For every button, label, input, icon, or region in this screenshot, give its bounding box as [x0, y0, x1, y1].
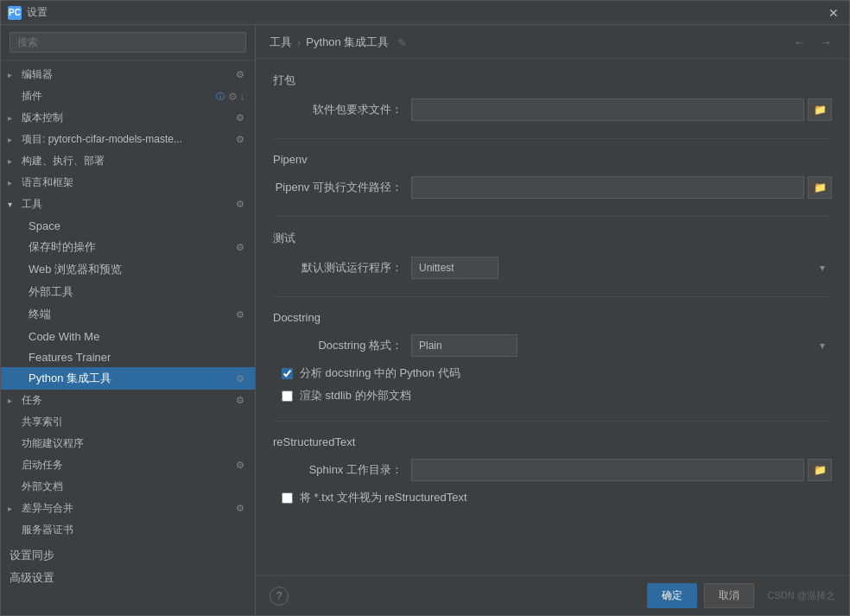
sidebar-item-label: Code With Me [29, 330, 246, 343]
sidebar-item-lang[interactable]: ▸ 语言和框架 [1, 172, 255, 194]
sidebar-item-space[interactable]: Space [1, 215, 255, 236]
sidebar-item-terminal[interactable]: 终端 ⚙ [1, 303, 255, 326]
close-button[interactable]: ✕ [825, 4, 842, 22]
sidebar-item-label: 项目: pytorch-cifar-models-maste... [22, 132, 236, 147]
sphinx-label: Sphinx 工作目录： [273, 462, 411, 478]
sidebar-item-build[interactable]: ▸ 构建、执行、部署 [1, 150, 255, 172]
testing-section: 测试 默认测试运行程序： Unittest pytest Twisted Tri… [273, 231, 832, 279]
arrow-icon: ▸ [8, 70, 18, 79]
settings-icon: ⚙ [236, 373, 244, 384]
sidebar-item-label: 版本控制 [22, 111, 236, 125]
breadcrumb-parent: 工具 [270, 35, 292, 50]
search-input[interactable] [10, 32, 246, 53]
sidebar-item-plugins[interactable]: ▸ 插件 ⓘ ⚙ ↓ [1, 86, 255, 107]
sidebar-item-external-docs[interactable]: ▸ 外部文档 [1, 476, 255, 498]
pipenv-exec-row: Pipenv 可执行文件路径： 📁 [273, 176, 832, 199]
arrow-icon: ▸ [8, 135, 18, 144]
settings-window: PC 设置 ✕ ▸ 编辑器 ⚙ ▸ 插件 ⓘ [0, 0, 850, 616]
badge-icon: ⓘ [216, 91, 225, 103]
requirements-browse-btn[interactable]: 📁 [808, 98, 832, 121]
settings-icon: ⚙ [236, 309, 244, 321]
sidebar-item-label: 外部文档 [22, 479, 246, 494]
divider-3 [273, 296, 832, 297]
watermark-text: CSDN @温择之 [768, 589, 835, 602]
ok-button[interactable]: 确定 [647, 583, 697, 608]
settings-icon: ⚙ [236, 242, 244, 253]
sidebar-item-features-trainer[interactable]: Features Trainer [1, 346, 255, 367]
sidebar-item-label: 编辑器 [22, 67, 236, 82]
sidebar-item-label: 启动任务 [22, 458, 236, 473]
restructuredtext-title: reStructuredText [273, 435, 832, 448]
sidebar-item-label: 差异与合并 [22, 501, 236, 516]
sidebar-item-label: 高级设置 [10, 570, 246, 586]
packaging-section: 打包 软件包要求文件： 📁 [273, 73, 832, 121]
sidebar-item-diff-merge[interactable]: ▸ 差异与合并 ⚙ [1, 498, 255, 519]
trace-stdlib-label: 渲染 stdlib 的外部文档 [300, 388, 411, 403]
sidebar-item-label: Python 集成工具 [29, 371, 236, 386]
pipenv-exec-control: 📁 [411, 176, 832, 199]
sidebar-item-label: 插件 [22, 89, 216, 104]
requirements-label: 软件包要求文件： [273, 102, 411, 117]
breadcrumb-actions: ← → [790, 34, 835, 51]
analyze-docstring-checkbox[interactable] [282, 368, 293, 379]
docstring-format-row: Docstring 格式： Plain Epytext reStructured… [273, 334, 832, 357]
sidebar-item-vcs[interactable]: ▸ 版本控制 ⚙ [1, 107, 255, 129]
cancel-button[interactable]: 取消 [704, 583, 754, 608]
main-panel: 工具 › Python 集成工具 ✎ ← → 打包 软件包要求文件： [256, 25, 849, 615]
test-runner-control: Unittest pytest Twisted Trial [411, 257, 832, 279]
txt-as-rst-checkbox[interactable] [282, 492, 293, 504]
sidebar-item-tools[interactable]: ▾ 工具 ⚙ [1, 194, 255, 215]
sphinx-control: 📁 [411, 459, 832, 481]
sidebar-item-label: 服务器证书 [22, 523, 246, 537]
sidebar-item-label: 工具 [22, 197, 236, 212]
help-button[interactable]: ? [270, 587, 289, 606]
sidebar-item-web-browser[interactable]: Web 浏览器和预览 [1, 258, 255, 281]
requirements-row: 软件包要求文件： 📁 [273, 98, 832, 121]
search-box [1, 25, 255, 60]
sidebar-item-project[interactable]: ▸ 项目: pytorch-cifar-models-maste... ⚙ [1, 129, 255, 150]
docstring-format-label: Docstring 格式： [273, 338, 411, 353]
sidebar-item-python-integration[interactable]: Python 集成工具 ⚙ [1, 367, 255, 390]
test-runner-select[interactable]: Unittest pytest Twisted Trial [411, 257, 498, 279]
sphinx-input[interactable] [411, 459, 804, 481]
forward-button[interactable]: → [816, 34, 835, 51]
arrow-open-icon: ▾ [8, 200, 18, 209]
trace-stdlib-checkbox[interactable] [282, 391, 293, 402]
sidebar-item-editor[interactable]: ▸ 编辑器 ⚙ [1, 64, 255, 86]
sidebar-item-settings-sync[interactable]: 设置同步 [1, 544, 255, 567]
sidebar-item-code-with-me[interactable]: Code With Me [1, 326, 255, 346]
sidebar-item-shared-index[interactable]: ▸ 共享索引 [1, 411, 255, 433]
sidebar-item-label: 功能建议程序 [22, 436, 246, 451]
divider-1 [273, 138, 832, 139]
pipenv-browse-btn[interactable]: 📁 [808, 176, 832, 199]
sidebar-item-server-cert[interactable]: ▸ 服务器证书 [1, 519, 255, 541]
pipenv-exec-input[interactable] [411, 176, 804, 199]
breadcrumb-bar: 工具 › Python 集成工具 ✎ ← → [256, 25, 849, 59]
sidebar: ▸ 编辑器 ⚙ ▸ 插件 ⓘ ⚙ ↓ ▸ 版本控制 ⚙ [1, 25, 256, 615]
sidebar-item-startup-tasks[interactable]: ▸ 启动任务 ⚙ [1, 454, 255, 476]
sidebar-item-label: 保存时的操作 [29, 239, 236, 255]
back-button[interactable]: ← [790, 34, 809, 51]
sidebar-item-external-tools[interactable]: 外部工具 [1, 281, 255, 303]
analyze-docstring-row: 分析 docstring 中的 Python 代码 [273, 365, 832, 381]
sidebar-item-label: 任务 [22, 393, 236, 408]
settings-icon: ⚙ [236, 112, 244, 124]
docstring-format-control: Plain Epytext reStructuredText NumPy Goo… [411, 334, 832, 357]
sidebar-item-save-action[interactable]: 保存时的操作 ⚙ [1, 236, 255, 258]
main-content: ▸ 编辑器 ⚙ ▸ 插件 ⓘ ⚙ ↓ ▸ 版本控制 ⚙ [1, 25, 849, 615]
requirements-input[interactable] [411, 98, 804, 121]
sidebar-item-label: Web 浏览器和预览 [29, 262, 246, 277]
breadcrumb-edit-icon: ✎ [397, 36, 407, 49]
test-runner-select-wrapper: Unittest pytest Twisted Trial [411, 257, 832, 279]
docstring-format-select[interactable]: Plain Epytext reStructuredText NumPy Goo… [411, 334, 517, 357]
sidebar-item-feature-suggestions[interactable]: ▸ 功能建议程序 [1, 433, 255, 454]
app-icon: PC [8, 6, 22, 20]
sphinx-browse-btn[interactable]: 📁 [808, 459, 832, 481]
sidebar-item-advanced-settings[interactable]: 高级设置 [1, 567, 255, 589]
sidebar-item-tasks[interactable]: ▸ 任务 ⚙ [1, 390, 255, 411]
settings-content: 打包 软件包要求文件： 📁 Pipenv Pipenv 可执行文件路径： [256, 59, 849, 575]
arrow-icon: ▸ [8, 178, 18, 187]
sphinx-row: Sphinx 工作目录： 📁 [273, 459, 832, 481]
sidebar-item-label: 语言和框架 [22, 175, 246, 190]
arrow-icon: ▸ [8, 113, 18, 123]
